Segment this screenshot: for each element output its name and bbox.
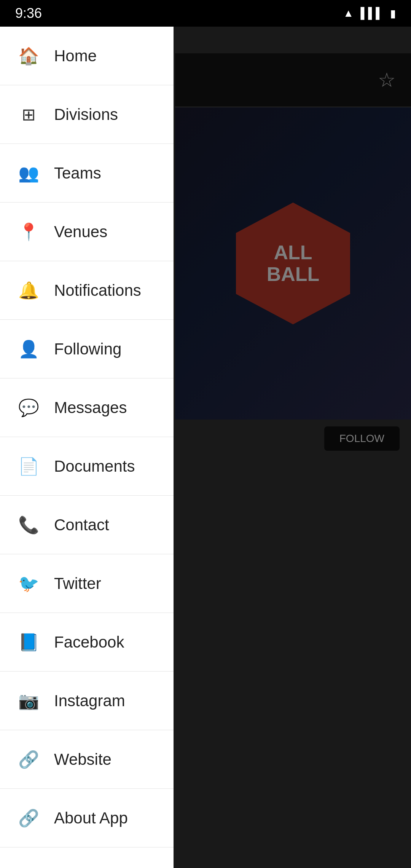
instagram-label: Instagram [54, 692, 125, 710]
following-icon: 👤 [18, 339, 39, 359]
nav-drawer: 🏠Home⊞Divisions👥Teams📍Venues🔔Notificatio… [0, 27, 174, 868]
twitter-icon: 🐦 [18, 573, 39, 594]
documents-label: Documents [54, 457, 135, 475]
instagram-icon: 📷 [18, 691, 39, 711]
nav-item-twitter[interactable]: 🐦Twitter [0, 554, 174, 613]
nav-item-documents[interactable]: 📄Documents [0, 437, 174, 496]
nav-item-notifications[interactable]: 🔔Notifications [0, 261, 174, 320]
venues-icon: 📍 [18, 222, 39, 242]
facebook-icon: 📘 [18, 632, 39, 653]
nav-item-website[interactable]: 🔗Website [0, 730, 174, 789]
facebook-label: Facebook [54, 633, 124, 651]
nav-item-divisions[interactable]: ⊞Divisions [0, 85, 174, 144]
nav-item-instagram[interactable]: 📷Instagram [0, 672, 174, 730]
about-app-label: About App [54, 809, 128, 827]
venues-label: Venues [54, 223, 107, 241]
documents-icon: 📄 [18, 456, 39, 477]
nav-item-facebook[interactable]: 📘Facebook [0, 613, 174, 672]
wifi-icon: ▲ [343, 7, 354, 19]
twitter-label: Twitter [54, 574, 101, 593]
website-label: Website [54, 750, 112, 769]
about-app-icon: 🔗 [18, 808, 39, 828]
nav-item-messages[interactable]: 💬Messages [0, 378, 174, 437]
status-icons: ▲ ▌▌▌ ▮ [343, 7, 396, 20]
nav-item-following[interactable]: 👤Following [0, 320, 174, 378]
nav-item-home[interactable]: 🏠Home [0, 27, 174, 85]
drawer-overlay[interactable] [174, 27, 411, 868]
teams-icon: 👥 [18, 163, 39, 183]
home-label: Home [54, 47, 97, 65]
status-time: 9:36 [15, 5, 42, 21]
contact-label: Contact [54, 516, 109, 534]
nav-item-contact[interactable]: 📞Contact [0, 496, 174, 554]
following-label: Following [54, 340, 121, 358]
notifications-icon: 🔔 [18, 280, 39, 301]
nav-item-teams[interactable]: 👥Teams [0, 144, 174, 203]
divisions-label: Divisions [54, 105, 118, 124]
home-icon: 🏠 [18, 46, 39, 66]
website-icon: 🔗 [18, 749, 39, 770]
messages-icon: 💬 [18, 397, 39, 418]
nav-item-about-app[interactable]: 🔗About App [0, 789, 174, 847]
divisions-icon: ⊞ [18, 104, 39, 125]
signal-icon: ▌▌▌ [360, 7, 383, 19]
status-bar: 9:36 ▲ ▌▌▌ ▮ [0, 0, 411, 27]
messages-label: Messages [54, 399, 127, 417]
contact-icon: 📞 [18, 515, 39, 535]
notifications-label: Notifications [54, 281, 141, 300]
nav-item-venues[interactable]: 📍Venues [0, 203, 174, 261]
battery-icon: ▮ [390, 7, 396, 20]
teams-label: Teams [54, 164, 101, 182]
